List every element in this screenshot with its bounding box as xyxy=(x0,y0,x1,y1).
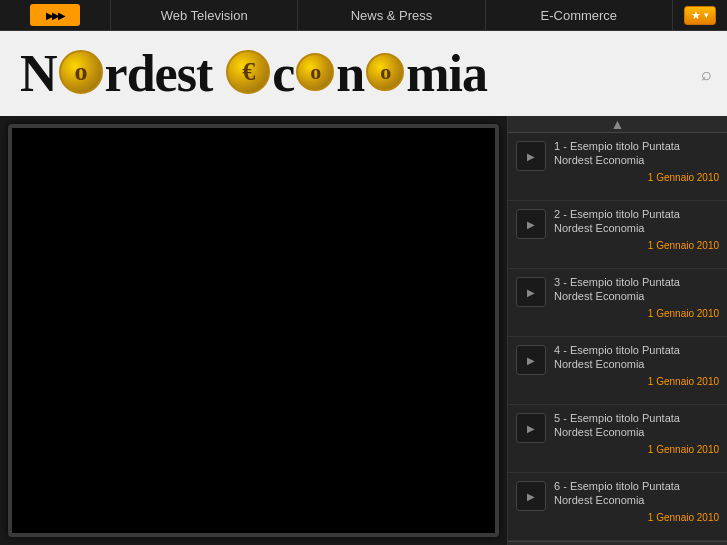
coin-o3: o xyxy=(366,53,404,91)
item-date-2: 1 Gennaio 2010 xyxy=(554,240,719,251)
rss-button-area[interactable]: ★ ▾ xyxy=(672,0,727,30)
item-title-1: 1 - Esempio titolo Puntata Nordest Econo… xyxy=(554,139,719,168)
main-content: ▲ 1 - Esempio titolo Puntata Nordest Eco… xyxy=(0,116,727,545)
rss-button[interactable]: ★ ▾ xyxy=(684,6,716,25)
item-info-2: 2 - Esempio titolo Puntata Nordest Econo… xyxy=(554,207,719,251)
playlist-item-3[interactable]: 3 - Esempio titolo Puntata Nordest Econo… xyxy=(508,269,727,337)
up-arrow-icon: ▲ xyxy=(611,116,625,132)
item-date-3: 1 Gennaio 2010 xyxy=(554,308,719,319)
playlist-item-1[interactable]: 1 - Esempio titolo Puntata Nordest Econo… xyxy=(508,133,727,201)
play-button-5[interactable] xyxy=(516,413,546,443)
item-title-3: 3 - Esempio titolo Puntata Nordest Econo… xyxy=(554,275,719,304)
item-info-6: 6 - Esempio titolo Puntata Nordest Econo… xyxy=(554,479,719,523)
play-button-1[interactable] xyxy=(516,141,546,171)
playlist-sidebar: ▲ 1 - Esempio titolo Puntata Nordest Eco… xyxy=(507,116,727,545)
nav-item-ecommerce[interactable]: E-Commerce xyxy=(485,0,672,30)
play-button-4[interactable] xyxy=(516,345,546,375)
item-info-1: 1 - Esempio titolo Puntata Nordest Econo… xyxy=(554,139,719,183)
coin-o: o xyxy=(59,50,103,94)
item-info-3: 3 - Esempio titolo Puntata Nordest Econo… xyxy=(554,275,719,319)
top-navigation: Web Television News & Press E-Commerce ★… xyxy=(0,0,727,31)
video-player[interactable] xyxy=(8,124,499,537)
playlist-scroll-down[interactable]: » xyxy=(508,541,727,545)
item-date-6: 1 Gennaio 2010 xyxy=(554,512,719,523)
playlist-item-6[interactable]: 6 - Esempio titolo Puntata Nordest Econo… xyxy=(508,473,727,541)
nav-item-news-press[interactable]: News & Press xyxy=(297,0,484,30)
item-date-1: 1 Gennaio 2010 xyxy=(554,172,719,183)
video-area xyxy=(0,116,507,545)
nav-item-web-television[interactable]: Web Television xyxy=(110,0,297,30)
playlist-item-5[interactable]: 5 - Esempio titolo Puntata Nordest Econo… xyxy=(508,405,727,473)
play-button-3[interactable] xyxy=(516,277,546,307)
playlist-item-2[interactable]: 2 - Esempio titolo Puntata Nordest Econo… xyxy=(508,201,727,269)
rss-dropdown-arrow: ▾ xyxy=(704,10,709,20)
site-header: Nordest €conomia ⌕ xyxy=(0,31,727,116)
item-info-5: 5 - Esempio titolo Puntata Nordest Econo… xyxy=(554,411,719,455)
play-button-2[interactable] xyxy=(516,209,546,239)
item-title-2: 2 - Esempio titolo Puntata Nordest Econo… xyxy=(554,207,719,236)
site-logo[interactable] xyxy=(0,0,110,30)
item-info-4: 4 - Esempio titolo Puntata Nordest Econo… xyxy=(554,343,719,387)
playlist-items: 1 - Esempio titolo Puntata Nordest Econo… xyxy=(508,133,727,541)
item-title-5: 5 - Esempio titolo Puntata Nordest Econo… xyxy=(554,411,719,440)
playlist-scroll-up[interactable]: ▲ xyxy=(508,116,727,133)
rss-icon: ★ xyxy=(691,9,701,22)
search-icon[interactable]: ⌕ xyxy=(701,63,712,84)
item-date-5: 1 Gennaio 2010 xyxy=(554,444,719,455)
coin-o2: o xyxy=(296,53,334,91)
coin-euro: € xyxy=(226,50,270,94)
site-title: Nordest €conomia xyxy=(20,44,487,103)
item-title-6: 6 - Esempio titolo Puntata Nordest Econo… xyxy=(554,479,719,508)
logo-icon xyxy=(30,4,80,26)
playlist-item-4[interactable]: 4 - Esempio titolo Puntata Nordest Econo… xyxy=(508,337,727,405)
item-date-4: 1 Gennaio 2010 xyxy=(554,376,719,387)
item-title-4: 4 - Esempio titolo Puntata Nordest Econo… xyxy=(554,343,719,372)
play-button-6[interactable] xyxy=(516,481,546,511)
